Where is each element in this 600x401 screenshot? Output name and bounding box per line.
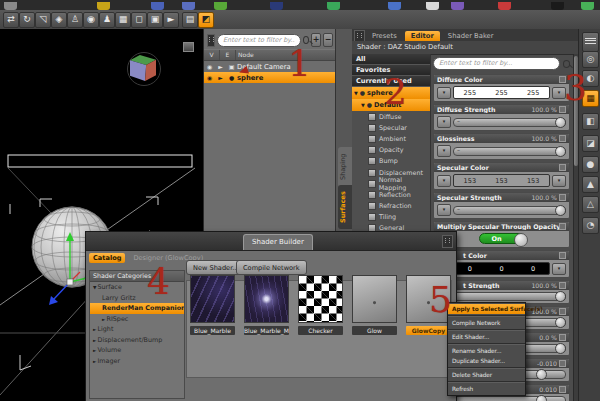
color-dropdown-button[interactable]: ▾ bbox=[552, 175, 566, 187]
category-rispec[interactable]: ►RISpec bbox=[90, 314, 184, 325]
menu-apply-to-selected-surfaces[interactable]: Apply to Selected Surface(s) bbox=[448, 304, 525, 314]
color-value-field[interactable]: 000 bbox=[453, 262, 550, 275]
render-tool-icon[interactable]: ▦ bbox=[115, 12, 131, 28]
nav-all[interactable]: All bbox=[352, 54, 430, 65]
editable-cursor-icon[interactable]: ► bbox=[215, 74, 226, 81]
slider[interactable] bbox=[453, 147, 566, 156]
category-light[interactable]: ►Light bbox=[90, 324, 184, 335]
dialog-grip[interactable] bbox=[442, 235, 453, 248]
view-tool-icon[interactable]: ◉ bbox=[83, 12, 99, 28]
toggle-knob[interactable] bbox=[514, 233, 528, 247]
channel-specular[interactable]: Specular bbox=[352, 122, 430, 133]
slider-knob[interactable] bbox=[555, 205, 566, 216]
channel-bump[interactable]: Bump bbox=[352, 156, 430, 167]
column-editable[interactable]: E bbox=[220, 50, 236, 60]
collapse-button[interactable]: − bbox=[323, 33, 333, 47]
category-imager[interactable]: ►Imager bbox=[90, 356, 184, 367]
slider-knob[interactable] bbox=[536, 369, 547, 380]
menu-delete-shader[interactable]: Delete Shader bbox=[448, 370, 525, 380]
scene-row-default-camera[interactable]: ◉ ► ▣ Default Camera bbox=[204, 61, 336, 72]
pointer-tool-icon[interactable]: ► bbox=[163, 12, 179, 28]
visibility-eye-icon[interactable]: ◉ bbox=[204, 74, 215, 81]
column-node[interactable]: Node bbox=[236, 50, 336, 60]
color-dropdown-button[interactable]: ▾ bbox=[552, 263, 566, 275]
slider-knob[interactable] bbox=[555, 146, 566, 157]
menu-rename-shader[interactable]: Rename Shader... bbox=[448, 346, 525, 356]
slider-knob[interactable] bbox=[555, 343, 566, 354]
editable-cursor-icon[interactable]: ► bbox=[215, 63, 226, 70]
dialog-title-bar[interactable]: Shader Builder bbox=[86, 232, 456, 251]
channel-ambient[interactable]: Ambient bbox=[352, 133, 430, 144]
favorite-checkbox[interactable] bbox=[559, 194, 566, 201]
properties-filter-input[interactable] bbox=[433, 57, 560, 70]
category-renderman-companion[interactable]: RenderMan Companion bbox=[90, 303, 184, 314]
menu-compile-network[interactable]: Compile Network bbox=[448, 318, 525, 328]
scene-row-sphere[interactable]: ◉ ► ● sphere bbox=[204, 72, 336, 83]
view-cube[interactable] bbox=[127, 52, 161, 86]
blue-marble-preview[interactable] bbox=[190, 275, 235, 323]
favorite-checkbox[interactable] bbox=[559, 164, 566, 171]
tab-catalog[interactable]: Catalog bbox=[89, 253, 125, 263]
expand-triangle-icon[interactable]: ▼ bbox=[361, 99, 365, 111]
frame-tool-icon[interactable]: ◻ bbox=[131, 12, 147, 28]
checker-preview[interactable] bbox=[298, 275, 343, 323]
timeline-icon[interactable]: ◔ bbox=[582, 217, 599, 234]
edit-icon[interactable]: ◧ bbox=[582, 113, 599, 130]
shader-blue-marble-mod[interactable]: Blue_Marble_Mod bbox=[244, 275, 289, 335]
tab-shader-baker[interactable]: Shader Baker bbox=[442, 31, 500, 41]
tab-editor[interactable]: Editor bbox=[405, 31, 440, 41]
figure-tool-icon[interactable]: ♙ bbox=[67, 12, 83, 28]
color-value-field[interactable]: 153153153 bbox=[453, 174, 550, 187]
scale-tool-icon[interactable]: ◹ bbox=[35, 12, 51, 28]
universal-tool-icon[interactable]: ◈ bbox=[51, 12, 67, 28]
shader-checker[interactable]: Checker bbox=[298, 275, 343, 335]
slider-knob[interactable] bbox=[555, 291, 566, 302]
expand-button[interactable]: + bbox=[311, 33, 321, 47]
pose-tool-icon[interactable]: ♟ bbox=[99, 12, 115, 28]
viewport-options-icon[interactable] bbox=[183, 42, 194, 52]
menu-refresh[interactable]: Refresh bbox=[448, 384, 525, 394]
category-volume[interactable]: ►Volume bbox=[90, 345, 184, 356]
favorite-checkbox[interactable] bbox=[559, 223, 566, 230]
shader-blue-marble[interactable]: Blue_Marble bbox=[190, 275, 235, 335]
color-value-field[interactable]: 255255255 bbox=[453, 86, 550, 99]
channel-refraction[interactable]: Refraction bbox=[352, 201, 430, 212]
slider[interactable] bbox=[453, 206, 566, 215]
favorite-checkbox[interactable] bbox=[559, 334, 566, 341]
figure-icon[interactable]: ▲ bbox=[582, 176, 599, 193]
render-camera-icon[interactable]: ▤ bbox=[182, 12, 198, 28]
map-menu-button[interactable]: ▾ bbox=[437, 116, 451, 128]
compile-network-button[interactable]: Compile Network bbox=[236, 260, 307, 275]
sphere-primitive-icon[interactable]: ● bbox=[582, 156, 599, 173]
favorite-checkbox[interactable] bbox=[559, 135, 566, 142]
map-menu-button[interactable]: ▾ bbox=[437, 145, 451, 157]
menu-edit-shader[interactable]: Edit Shader... bbox=[448, 332, 525, 342]
category-displacement-bump[interactable]: ►Displacement/Bump bbox=[90, 335, 184, 346]
channel-opacity[interactable]: Opacity bbox=[352, 145, 430, 156]
camera-tool-icon[interactable]: ▣ bbox=[147, 12, 163, 28]
expand-triangle-icon[interactable]: ▼ bbox=[354, 87, 358, 99]
surface-selection-tool-icon[interactable]: ◩ bbox=[198, 12, 214, 28]
column-visible[interactable]: V bbox=[204, 50, 220, 60]
figure-outline-icon[interactable]: △ bbox=[582, 196, 599, 213]
map-menu-button[interactable]: ▾ bbox=[437, 87, 451, 99]
channel-diffuse[interactable]: Diffuse bbox=[352, 111, 430, 122]
visibility-eye-icon[interactable]: ◉ bbox=[204, 63, 215, 70]
favorite-checkbox[interactable] bbox=[559, 252, 566, 259]
on-off-toggle[interactable]: On bbox=[479, 233, 525, 244]
shader-glow[interactable]: Glow bbox=[352, 275, 397, 335]
tab-presets[interactable]: Presets bbox=[366, 31, 403, 41]
slider[interactable] bbox=[453, 118, 566, 127]
slider-knob[interactable] bbox=[536, 395, 547, 401]
translate-tool-icon[interactable]: ⇄ bbox=[3, 12, 19, 28]
channel-tiling[interactable]: Tiling bbox=[352, 212, 430, 223]
map-menu-button[interactable]: ▾ bbox=[437, 204, 451, 216]
favorite-checkbox[interactable] bbox=[559, 386, 566, 393]
menu-list-icon[interactable] bbox=[582, 32, 599, 52]
favorite-checkbox[interactable] bbox=[559, 360, 566, 367]
glow-preview[interactable] bbox=[352, 275, 397, 323]
help-icon[interactable]: ◎ bbox=[582, 51, 599, 68]
blue-marble-mod-preview[interactable] bbox=[244, 275, 289, 323]
scene-panel-grip[interactable] bbox=[207, 34, 215, 47]
favorite-checkbox[interactable] bbox=[559, 308, 566, 315]
